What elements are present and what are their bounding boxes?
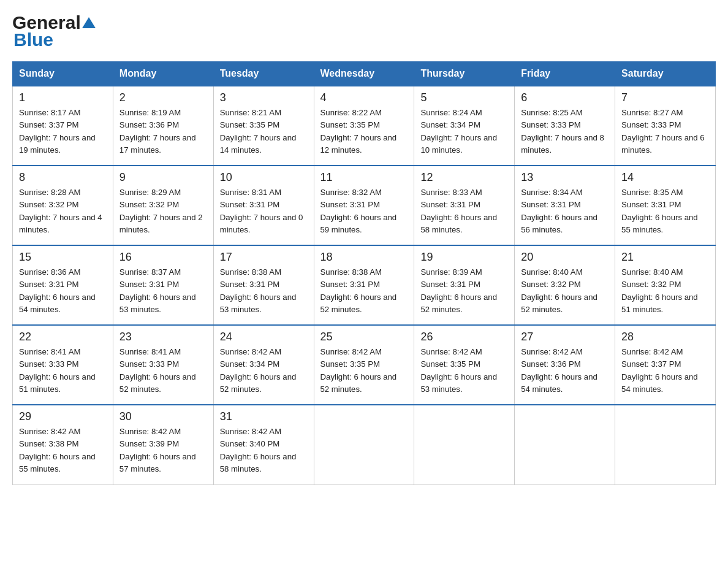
day-cell: 10 Sunrise: 8:31 AMSunset: 3:31 PMDaylig… <box>213 166 314 245</box>
day-cell: 14 Sunrise: 8:35 AMSunset: 3:31 PMDaylig… <box>615 166 716 245</box>
day-cell <box>615 405 716 484</box>
logo-blue: Blue <box>13 29 53 50</box>
day-info: Sunrise: 8:42 AMSunset: 3:37 PMDaylight:… <box>621 347 698 394</box>
day-cell: 2 Sunrise: 8:19 AMSunset: 3:36 PMDayligh… <box>113 86 213 166</box>
day-cell: 4 Sunrise: 8:22 AMSunset: 3:35 PMDayligh… <box>314 86 414 166</box>
day-cell: 9 Sunrise: 8:29 AMSunset: 3:32 PMDayligh… <box>113 166 213 245</box>
day-info: Sunrise: 8:42 AMSunset: 3:36 PMDaylight:… <box>521 347 597 394</box>
day-number: 1 <box>19 91 107 104</box>
day-number: 25 <box>320 331 408 343</box>
day-number: 13 <box>521 171 609 184</box>
day-number: 31 <box>220 410 308 423</box>
day-cell: 5 Sunrise: 8:24 AMSunset: 3:34 PMDayligh… <box>414 86 515 166</box>
day-cell: 12 Sunrise: 8:33 AMSunset: 3:31 PMDaylig… <box>414 166 515 245</box>
day-info: Sunrise: 8:36 AMSunset: 3:31 PMDaylight:… <box>19 267 96 314</box>
day-cell: 1 Sunrise: 8:17 AMSunset: 3:37 PMDayligh… <box>13 86 113 166</box>
day-info: Sunrise: 8:33 AMSunset: 3:31 PMDaylight:… <box>420 188 497 234</box>
day-info: Sunrise: 8:28 AMSunset: 3:32 PMDaylight:… <box>19 188 102 234</box>
day-info: Sunrise: 8:31 AMSunset: 3:31 PMDaylight:… <box>220 188 303 234</box>
day-info: Sunrise: 8:42 AMSunset: 3:34 PMDaylight:… <box>220 347 297 394</box>
day-number: 15 <box>19 251 107 264</box>
day-cell: 26 Sunrise: 8:42 AMSunset: 3:35 PMDaylig… <box>414 325 515 405</box>
svg-marker-0 <box>82 17 96 28</box>
day-number: 29 <box>19 410 107 423</box>
day-info: Sunrise: 8:25 AMSunset: 3:33 PMDaylight:… <box>521 108 604 155</box>
day-info: Sunrise: 8:27 AMSunset: 3:33 PMDaylight:… <box>621 108 705 155</box>
day-cell: 16 Sunrise: 8:37 AMSunset: 3:31 PMDaylig… <box>113 245 213 325</box>
day-cell <box>314 405 414 484</box>
logo-triangle-icon <box>82 16 96 29</box>
calendar-header-row: SundayMondayTuesdayWednesdayThursdayFrid… <box>13 62 716 86</box>
day-info: Sunrise: 8:37 AMSunset: 3:31 PMDaylight:… <box>119 267 196 314</box>
day-cell: 11 Sunrise: 8:32 AMSunset: 3:31 PMDaylig… <box>314 166 414 245</box>
day-number: 20 <box>521 251 609 264</box>
day-number: 2 <box>119 91 207 104</box>
day-info: Sunrise: 8:34 AMSunset: 3:31 PMDaylight:… <box>521 188 597 234</box>
day-cell: 24 Sunrise: 8:42 AMSunset: 3:34 PMDaylig… <box>213 325 314 405</box>
calendar-table: SundayMondayTuesdayWednesdayThursdayFrid… <box>12 61 716 485</box>
day-number: 10 <box>220 171 308 184</box>
day-info: Sunrise: 8:42 AMSunset: 3:39 PMDaylight:… <box>119 427 196 473</box>
day-cell: 17 Sunrise: 8:38 AMSunset: 3:31 PMDaylig… <box>213 245 314 325</box>
week-row-1: 1 Sunrise: 8:17 AMSunset: 3:37 PMDayligh… <box>13 86 716 166</box>
day-number: 16 <box>119 251 207 264</box>
day-info: Sunrise: 8:24 AMSunset: 3:34 PMDaylight:… <box>420 108 497 155</box>
day-cell: 22 Sunrise: 8:41 AMSunset: 3:33 PMDaylig… <box>13 325 113 405</box>
day-info: Sunrise: 8:42 AMSunset: 3:40 PMDaylight:… <box>220 427 297 473</box>
day-number: 12 <box>420 171 508 184</box>
week-row-2: 8 Sunrise: 8:28 AMSunset: 3:32 PMDayligh… <box>13 166 716 245</box>
day-info: Sunrise: 8:41 AMSunset: 3:33 PMDaylight:… <box>19 347 96 394</box>
day-info: Sunrise: 8:22 AMSunset: 3:35 PMDaylight:… <box>320 108 397 155</box>
day-cell: 15 Sunrise: 8:36 AMSunset: 3:31 PMDaylig… <box>13 245 113 325</box>
day-cell: 21 Sunrise: 8:40 AMSunset: 3:32 PMDaylig… <box>615 245 716 325</box>
day-number: 17 <box>220 251 308 264</box>
day-number: 23 <box>119 331 207 343</box>
day-cell: 25 Sunrise: 8:42 AMSunset: 3:35 PMDaylig… <box>314 325 414 405</box>
day-cell: 31 Sunrise: 8:42 AMSunset: 3:40 PMDaylig… <box>213 405 314 484</box>
day-info: Sunrise: 8:40 AMSunset: 3:32 PMDaylight:… <box>521 267 597 314</box>
day-info: Sunrise: 8:40 AMSunset: 3:32 PMDaylight:… <box>621 267 698 314</box>
day-info: Sunrise: 8:17 AMSunset: 3:37 PMDaylight:… <box>19 108 96 155</box>
day-info: Sunrise: 8:42 AMSunset: 3:35 PMDaylight:… <box>320 347 397 394</box>
day-number: 27 <box>521 331 609 343</box>
day-info: Sunrise: 8:42 AMSunset: 3:38 PMDaylight:… <box>19 427 96 473</box>
day-number: 19 <box>420 251 508 264</box>
day-cell: 20 Sunrise: 8:40 AMSunset: 3:32 PMDaylig… <box>515 245 615 325</box>
day-number: 9 <box>119 171 207 184</box>
col-header-wednesday: Wednesday <box>314 62 414 86</box>
day-info: Sunrise: 8:38 AMSunset: 3:31 PMDaylight:… <box>220 267 297 314</box>
day-number: 18 <box>320 251 408 264</box>
week-row-5: 29 Sunrise: 8:42 AMSunset: 3:38 PMDaylig… <box>13 405 716 484</box>
day-number: 7 <box>621 91 709 104</box>
day-cell: 18 Sunrise: 8:38 AMSunset: 3:31 PMDaylig… <box>314 245 414 325</box>
day-cell: 30 Sunrise: 8:42 AMSunset: 3:39 PMDaylig… <box>113 405 213 484</box>
day-number: 14 <box>621 171 709 184</box>
col-header-monday: Monday <box>113 62 213 86</box>
day-info: Sunrise: 8:42 AMSunset: 3:35 PMDaylight:… <box>420 347 497 394</box>
col-header-thursday: Thursday <box>414 62 515 86</box>
day-cell: 19 Sunrise: 8:39 AMSunset: 3:31 PMDaylig… <box>414 245 515 325</box>
day-info: Sunrise: 8:38 AMSunset: 3:31 PMDaylight:… <box>320 267 397 314</box>
day-number: 4 <box>320 91 408 104</box>
day-cell: 23 Sunrise: 8:41 AMSunset: 3:33 PMDaylig… <box>113 325 213 405</box>
day-info: Sunrise: 8:32 AMSunset: 3:31 PMDaylight:… <box>320 188 397 234</box>
day-info: Sunrise: 8:21 AMSunset: 3:35 PMDaylight:… <box>220 108 297 155</box>
day-number: 30 <box>119 410 207 423</box>
day-cell <box>414 405 515 484</box>
day-cell: 29 Sunrise: 8:42 AMSunset: 3:38 PMDaylig… <box>13 405 113 484</box>
week-row-3: 15 Sunrise: 8:36 AMSunset: 3:31 PMDaylig… <box>13 245 716 325</box>
day-cell: 7 Sunrise: 8:27 AMSunset: 3:33 PMDayligh… <box>615 86 716 166</box>
week-row-4: 22 Sunrise: 8:41 AMSunset: 3:33 PMDaylig… <box>13 325 716 405</box>
logo: General Blue <box>12 12 96 50</box>
day-info: Sunrise: 8:19 AMSunset: 3:36 PMDaylight:… <box>119 108 196 155</box>
day-number: 22 <box>19 331 107 343</box>
day-number: 8 <box>19 171 107 184</box>
day-cell: 8 Sunrise: 8:28 AMSunset: 3:32 PMDayligh… <box>13 166 113 245</box>
day-number: 26 <box>420 331 508 343</box>
day-number: 24 <box>220 331 308 343</box>
col-header-sunday: Sunday <box>13 62 113 86</box>
day-number: 6 <box>521 91 609 104</box>
day-info: Sunrise: 8:39 AMSunset: 3:31 PMDaylight:… <box>420 267 497 314</box>
day-cell: 13 Sunrise: 8:34 AMSunset: 3:31 PMDaylig… <box>515 166 615 245</box>
day-cell: 28 Sunrise: 8:42 AMSunset: 3:37 PMDaylig… <box>615 325 716 405</box>
